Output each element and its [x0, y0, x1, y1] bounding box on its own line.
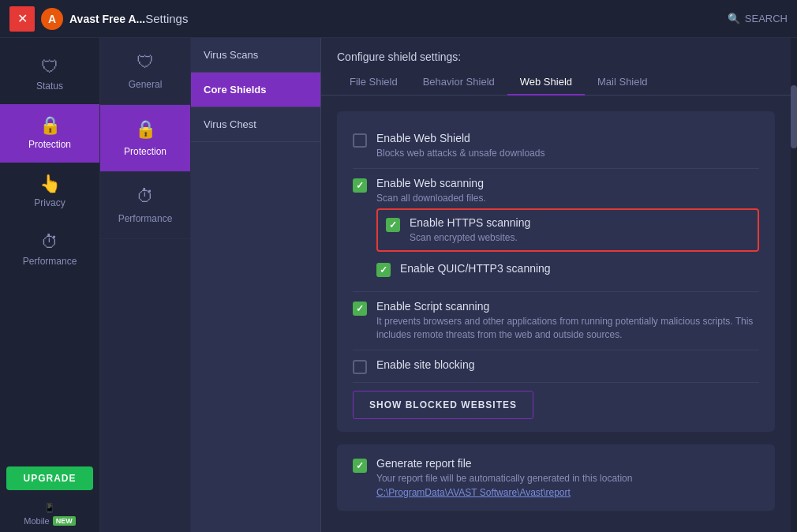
tab-file-shield[interactable]: File Shield: [337, 69, 410, 96]
app-logo: A Avast Free A...: [41, 8, 145, 30]
checkbox-script-scanning[interactable]: [353, 302, 367, 316]
ss-item-performance[interactable]: ⏱ Performance: [100, 172, 190, 239]
setting-row-web-scanning: Enable Web scanning Scan all downloaded …: [353, 169, 759, 293]
scrollbar-thumb[interactable]: [791, 85, 797, 148]
sidebar-item-protection[interactable]: 🔒 Protection: [0, 104, 99, 163]
setting-title-quic-scanning: Enable QUIC/HTTP3 scanning: [400, 262, 551, 275]
search-button[interactable]: 🔍 SEARCH: [728, 13, 788, 24]
content-area: Configure shield settings: File Shield B…: [321, 38, 791, 532]
sidebar-item-performance[interactable]: ⏱ Performance: [0, 221, 99, 279]
setting-desc-script-scanning: It prevents browsers and other applicati…: [376, 315, 759, 342]
left-sidebar: 🛡 Status 🔒 Protection 👆 Privacy ⏱ Perfor…: [0, 38, 100, 532]
menu-item-core-shields[interactable]: Core Shields: [191, 73, 320, 107]
topbar-title: Settings: [145, 12, 188, 25]
tab-behavior-shield[interactable]: Behavior Shield: [410, 69, 507, 96]
scrollbar-track[interactable]: [791, 38, 797, 532]
privacy-icon: 👆: [39, 175, 61, 193]
ss-item-general[interactable]: 🛡 General: [100, 38, 190, 105]
sidebar-item-status[interactable]: 🛡 Status: [0, 46, 99, 104]
report-card: Generate report file Your report file wi…: [337, 444, 775, 511]
report-desc: Your report file will be automatically g…: [376, 473, 759, 484]
setting-desc-https-scanning: Scan encrypted websites.: [410, 231, 750, 245]
setting-desc-web-scanning: Scan all downloaded files.: [376, 192, 759, 205]
checkbox-generate-report[interactable]: [353, 459, 367, 473]
setting-title-web-scanning: Enable Web scanning: [376, 177, 759, 189]
setting-title-site-blocking: Enable site blocking: [376, 358, 759, 371]
shield-settings-card: Enable Web Shield Blocks web attacks & u…: [337, 111, 775, 432]
ss-item-protection[interactable]: 🔒 Protection: [100, 105, 190, 172]
protection-icon: 🔒: [39, 117, 61, 134]
setting-desc-web-shield: Blocks web attacks & unsafe downloads: [376, 147, 759, 160]
sidebar-item-mobile[interactable]: 📱 Mobile NEW: [0, 496, 99, 532]
menu-sidebar: Virus Scans Core Shields Virus Chest: [191, 38, 321, 532]
tab-mail-shield[interactable]: Mail Shield: [585, 69, 660, 96]
mobile-icon: 📱: [44, 503, 55, 513]
https-scanning-row: Enable HTTPS scanning Scan encrypted web…: [376, 208, 759, 253]
checkbox-site-blocking[interactable]: [353, 360, 367, 374]
speedometer-icon: ⏱: [137, 186, 154, 207]
checkbox-web-shield[interactable]: [353, 133, 367, 148]
settings-content: Enable Web Shield Blocks web attacks & u…: [321, 96, 791, 532]
checkbox-web-scanning[interactable]: [353, 178, 367, 193]
performance-icon: ⏱: [41, 234, 58, 251]
menu-item-virus-scans[interactable]: Virus Scans: [191, 38, 320, 73]
setting-title-https-scanning: Enable HTTPS scanning: [410, 216, 750, 229]
setting-row-web-shield: Enable Web Shield Blocks web attacks & u…: [353, 124, 759, 169]
tab-web-shield[interactable]: Web Shield: [507, 69, 585, 96]
topbar: ✕ A Avast Free A... Settings 🔍 SEARCH: [0, 0, 797, 38]
general-icon: 🛡: [137, 52, 154, 73]
quic-scanning-row: Enable QUIC/HTTP3 scanning: [376, 255, 759, 283]
menu-item-virus-chest[interactable]: Virus Chest: [191, 107, 320, 142]
close-button[interactable]: ✕: [9, 6, 35, 32]
second-sidebar: 🛡 General 🔒 Protection ⏱ Performance: [100, 38, 191, 532]
report-title: Generate report file: [376, 457, 759, 470]
report-link[interactable]: C:\ProgramData\AVAST Software\Avast\repo…: [376, 487, 759, 498]
tabs-row: File Shield Behavior Shield Web Shield M…: [321, 69, 791, 96]
setting-row-site-blocking: Enable site blocking: [353, 350, 759, 383]
checkbox-https-scanning[interactable]: [386, 218, 400, 232]
setting-title-script-scanning: Enable Script scanning: [376, 300, 759, 313]
sidebar-item-privacy[interactable]: 👆 Privacy: [0, 163, 99, 221]
status-icon: 🛡: [41, 58, 58, 76]
content-header: Configure shield settings:: [321, 38, 791, 69]
upgrade-button[interactable]: UPGRADE: [6, 466, 93, 490]
logo-icon: A: [41, 8, 63, 30]
main-layout: 🛡 Status 🔒 Protection 👆 Privacy ⏱ Perfor…: [0, 38, 797, 532]
setting-title-web-shield: Enable Web Shield: [376, 132, 759, 144]
search-icon: 🔍: [728, 13, 740, 24]
checkbox-quic-scanning[interactable]: [376, 263, 391, 277]
show-blocked-websites-button[interactable]: SHOW BLOCKED WEBSITES: [353, 391, 533, 419]
setting-row-script-scanning: Enable Script scanning It prevents brows…: [353, 292, 759, 350]
lock-icon: 🔒: [135, 119, 156, 140]
